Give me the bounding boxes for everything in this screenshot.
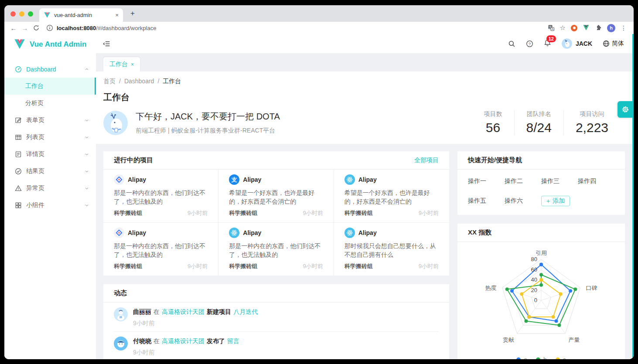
activity-target-link[interactable]: 留言 xyxy=(227,337,239,345)
quick-link-4[interactable]: 操作四 xyxy=(578,177,614,185)
back-icon[interactable]: ← xyxy=(8,24,19,32)
project-group[interactable]: 科学搬砖组 xyxy=(229,262,257,270)
projects-title: 进行中的项目 xyxy=(114,156,153,164)
browser-menu-icon[interactable]: ⋮ xyxy=(621,24,627,31)
new-tab-button[interactable]: + xyxy=(127,9,138,18)
notifications-button[interactable]: 12 xyxy=(544,39,551,48)
url-text[interactable]: localhost:8080/#/dashboard/workplace xyxy=(57,25,156,31)
minimize-window-button[interactable] xyxy=(19,11,24,17)
radar-axis-label: 热度 xyxy=(485,285,497,291)
quick-link-5[interactable]: 操作五 xyxy=(468,197,505,205)
project-cell[interactable]: Alipay 那是一种内在的东西，他们到达不了，也无法触及的 科学搬砖组 9小时… xyxy=(103,223,218,276)
add-button[interactable]: + 添加 xyxy=(541,196,570,206)
search-icon[interactable] xyxy=(508,40,515,48)
stat-label: 团队排名 xyxy=(526,110,552,118)
reload-icon[interactable] xyxy=(33,24,40,31)
breadcrumb-dashboard[interactable]: Dashboard xyxy=(124,78,154,85)
sidebar-item-detail[interactable]: 详情页 xyxy=(4,146,96,163)
translate-icon[interactable]: 文A xyxy=(548,24,555,31)
legend-item-c[interactable]: c xyxy=(556,356,566,359)
project-time: 9小时前 xyxy=(303,209,323,217)
browser-tab[interactable]: vue-antd-admin × xyxy=(39,8,123,22)
project-group[interactable]: 科学搬砖组 xyxy=(229,209,257,217)
language-switcher[interactable]: 简体 xyxy=(603,40,624,48)
activity-team-link[interactable]: 高逼格设计天团 xyxy=(162,307,205,316)
activity-target-link[interactable]: 八月迭代 xyxy=(233,307,258,316)
project-group[interactable]: 科学搬砖组 xyxy=(345,209,373,217)
user-avatar xyxy=(562,38,572,49)
maximize-window-button[interactable] xyxy=(28,11,33,17)
page-tab-workplace[interactable]: 工作台 × xyxy=(103,57,140,71)
vue-devtools-icon[interactable] xyxy=(583,24,590,31)
browser-profile-avatar[interactable]: h xyxy=(607,24,615,32)
page-header: 首页 / Dashboard / 工作台 工作台 xyxy=(96,71,634,144)
project-cell[interactable]: Alipay 那是一种内在的东西，他们到达不了，也无法触及的 科学搬砖组 9小时… xyxy=(218,223,334,276)
sidebar: Vue Antd Admin Dashboard 工作台 分析页 表单页 xyxy=(4,34,96,359)
sidebar-item-exception[interactable]: 异常页 xyxy=(4,180,96,197)
sidebar-item-analysis[interactable]: 分析页 xyxy=(4,95,96,112)
legend-item-b[interactable]: b xyxy=(536,356,547,359)
forward-icon[interactable]: → xyxy=(19,24,31,32)
project-group[interactable]: 科学搬砖组 xyxy=(345,262,373,270)
project-cell[interactable]: 支 Alipay 希望是一个好东西，也许是最好的，好东西是不会消亡的 科学搬砖组… xyxy=(218,170,334,223)
caret-down-icon xyxy=(85,169,89,173)
quick-link-1[interactable]: 操作一 xyxy=(468,177,505,185)
stat-value: 56 xyxy=(484,120,502,135)
stat-visits: 项目访问 2,223 xyxy=(563,110,625,135)
user-avatar-large xyxy=(103,111,128,135)
right-column: 快速开始/便捷导航 操作一 操作二 操作三 操作四 操作五 操作六 + 添加 xyxy=(457,151,625,359)
widgets-icon xyxy=(15,202,22,209)
globe-icon xyxy=(603,40,610,47)
radar-point xyxy=(505,288,509,291)
extension-orange-icon[interactable] xyxy=(571,25,577,31)
sidebar-item-dashboard[interactable]: Dashboard xyxy=(4,61,96,78)
help-icon[interactable]: ? xyxy=(526,40,533,48)
radar-tick-label: 20 xyxy=(531,287,537,293)
breadcrumb-home[interactable]: 首页 xyxy=(103,78,116,85)
project-time: 9小时前 xyxy=(419,262,439,270)
activity-user[interactable]: 曲丽丽 xyxy=(133,307,151,316)
sidebar-item-workplace[interactable]: 工作台 xyxy=(4,78,96,95)
radar-point xyxy=(573,288,577,291)
radar-chart: 引用口碑产量贡献热度020406080 xyxy=(457,245,625,354)
quick-nav-title: 快速开始/便捷导航 xyxy=(468,156,522,164)
page-tab-close-icon[interactable]: × xyxy=(131,61,134,68)
app-logo[interactable]: Vue Antd Admin xyxy=(4,34,96,54)
user-menu[interactable]: JACK xyxy=(562,38,592,49)
sidebar-item-form[interactable]: 表单页 xyxy=(4,112,96,129)
project-group[interactable]: 科学搬砖组 xyxy=(114,262,142,270)
stat-label: 项目数 xyxy=(484,110,502,118)
activity-team-link[interactable]: 高逼格设计天团 xyxy=(162,337,205,345)
extensions-puzzle-icon[interactable] xyxy=(595,24,602,31)
sidebar-item-list[interactable]: 列表页 xyxy=(4,129,96,146)
settings-button[interactable] xyxy=(618,101,633,118)
quick-nav-card: 快速开始/便捷导航 操作一 操作二 操作三 操作四 操作五 操作六 + 添加 xyxy=(457,151,625,215)
address-bar[interactable]: localhost:8080/#/dashboard/workplace xyxy=(46,24,548,31)
quick-link-3[interactable]: 操作三 xyxy=(541,177,578,185)
bookmark-star-icon[interactable]: ☆ xyxy=(560,24,566,32)
project-group[interactable]: 科学搬砖组 xyxy=(114,209,142,217)
radar-tick-label: 80 xyxy=(531,256,537,262)
activity-time: 9小时前 xyxy=(133,319,258,327)
gear-icon xyxy=(621,105,629,113)
close-window-button[interactable] xyxy=(10,11,16,17)
activity-user[interactable]: 付晓晓 xyxy=(133,337,151,345)
quick-link-6[interactable]: 操作六 xyxy=(505,197,541,205)
tab-close-icon[interactable]: × xyxy=(115,12,119,18)
index-chart-card: XX 指数 引用口碑产量贡献热度020406080 abc xyxy=(457,224,625,359)
project-cell[interactable]: Alipay 那时候我只会想自己想要什么，从不想自己拥有什么 科学搬砖组 9小时… xyxy=(334,223,449,276)
site-info-icon[interactable] xyxy=(46,24,53,31)
sidebar-item-label: 表单页 xyxy=(26,116,44,124)
sidebar-item-result[interactable]: 结果页 xyxy=(4,163,96,180)
project-cell[interactable]: Alipay 希望是一个好东西，也许是最好的，好东西是不会消亡的 科学搬砖组 9… xyxy=(334,170,449,223)
legend-item-a[interactable]: a xyxy=(516,356,527,359)
project-name: Alipay xyxy=(358,229,377,236)
settings-drawer-edge[interactable] xyxy=(632,34,634,359)
sidebar-item-widgets[interactable]: 小组件 xyxy=(4,197,96,214)
all-projects-link[interactable]: 全部项目 xyxy=(414,156,439,164)
project-cell[interactable]: Alipay 那是一种内在的东西，他们到达不了，也无法触及的 科学搬砖组 9小时… xyxy=(103,170,218,223)
menu-fold-icon[interactable] xyxy=(103,40,110,48)
quick-link-2[interactable]: 操作二 xyxy=(505,177,541,185)
page-title: 工作台 xyxy=(103,92,625,103)
react-icon xyxy=(229,228,239,238)
